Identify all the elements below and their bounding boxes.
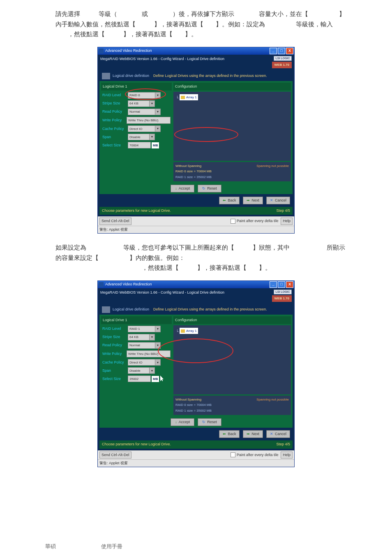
wizard-header: MegaRAID WebBIOS Version 1.66 - Config W… [98,55,294,70]
minimize-button[interactable]: _ [270,48,277,54]
without-spanning-label: Without Spanning [175,163,212,169]
spanning-info: Without Spanning RAID 0 size = 70004 MB … [173,162,291,181]
minimize-button[interactable]: _ [270,281,277,288]
lsi-logo: LSI LOGIC [274,290,292,294]
read-policy-select[interactable]: Normal▼ [128,109,161,115]
array-1-item[interactable]: Array 1 [180,94,198,101]
back-button[interactable]: ⬅Back [219,197,240,204]
send-ctrl-alt-del-button[interactable]: Send Ctrl-Alt-Del [99,218,131,225]
next-arrow-icon: ➡ [247,431,250,437]
wizard-footer: Choose parameters for new Logical Drive.… [99,440,293,448]
lsi-logo: LSI LOGIC [274,56,292,61]
reset-button[interactable]: ↻Reset [198,185,221,192]
spanning-not-possible: Spanning not possible [256,163,289,180]
raid0-size-line: RAID 0 size = 70004 MB [175,402,212,408]
stripe-size-select[interactable]: 64 KB▼ [128,334,155,341]
chevron-down-icon: ▼ [149,368,154,373]
window-title: Advanced Video Redirection [105,48,152,54]
read-policy-select[interactable]: Normal▼ [128,342,161,349]
accept-button[interactable]: ↓Accept [171,418,194,426]
p1-line1: 請先選擇 等級（ 或 ）後，再依據下方顯示 容量大小，並在【 】內手動輸入數值，… [55,11,345,28]
cache-policy-label: Cache Policy [102,359,128,366]
logical-drive-header: Logical Drive 1 [101,316,172,324]
cache-policy-label: Cache Policy [102,126,128,132]
next-button[interactable]: ➡Next [243,197,263,204]
wizard-header: MegaRAID WebBIOS Version 1.66 - Config W… [98,288,294,303]
select-size-input[interactable]: 35002 [128,375,151,382]
help-button[interactable]: Help [281,452,293,459]
cancel-button[interactable]: ✕Cancel [266,197,290,204]
chevron-down-icon: ▼ [155,93,160,98]
help-button[interactable]: Help [281,218,293,225]
logical-drive-header: Logical Drive 1 [101,83,172,90]
maximize-button[interactable]: □ [278,281,285,288]
raid1-size-line: RAID 1 size = 35002 MB [175,408,212,414]
span-select[interactable]: Disable▼ [128,367,155,374]
paint-label: Paint after every delta tile [237,452,279,458]
chevron-down-icon: ▼ [149,334,154,340]
p2-line2: ，然後點選【 】，接著再點選【 】。 [55,264,271,271]
span-label: Span [102,134,128,140]
raid-level-select[interactable]: RAID 0▼ [128,92,161,99]
paint-label: Paint after every delta tile [237,218,279,224]
wizard-title: MegaRAID WebBIOS Version 1.66 - Config W… [100,290,224,296]
instruction-paragraph-2: 如果設定為 等級，您也可參考以下圖上所圈起來的【 】狀態，其中 所顯示的容量來設… [55,243,351,273]
paint-checkbox[interactable] [231,219,235,224]
back-button[interactable]: ⬅Back [219,430,240,438]
chevron-down-icon: ▼ [155,343,160,348]
raid-level-label: RAID Level [102,326,128,332]
cancel-x-icon: ✕ [270,431,273,437]
wizard-footer: Choose parameters for new Logical Drive.… [99,207,293,215]
footer-hint: Choose parameters for new Logical Drive. [102,441,171,447]
status-bar: Send Ctrl-Alt-Del Paint after every delt… [98,216,294,225]
reset-button[interactable]: ↻Reset [198,418,221,426]
stripe-size-select[interactable]: 64 KB▼ [128,100,155,107]
paint-checkbox[interactable] [231,452,235,457]
section-icon [102,306,110,313]
select-size-input[interactable]: 70004 [128,142,151,148]
stripe-size-label: Stripe Size [102,100,128,107]
raid-level-label: RAID Level [102,92,128,98]
cache-policy-select[interactable]: Direct IO▼ [128,359,161,366]
section-icon [102,73,110,79]
maximize-button[interactable]: □ [278,48,285,54]
titlebar: Advanced Video Redirection _ □ X [98,47,294,55]
chevron-down-icon: ▼ [149,134,154,140]
section-description: Define Logical Drives using the arrays d… [153,306,267,313]
applet-warning: 警告: Applet 視窗 [98,226,294,233]
chevron-down-icon: ▼ [155,109,160,115]
mb-unit: MB [152,142,159,149]
back-arrow-icon: ⬅ [223,431,226,437]
spanning-info: Without Spanning RAID 0 size = 70004 MB … [173,396,291,415]
next-arrow-icon: ➡ [247,197,250,204]
array-1-item[interactable]: Array 1 [180,328,198,334]
footer-hint: Choose parameters for new Logical Drive. [102,208,171,214]
select-size-label: Select Size [102,142,128,148]
close-button[interactable]: X [286,48,293,54]
section-description: Define Logical Drives using the arrays d… [153,73,267,79]
next-button[interactable]: ➡Next [243,430,263,438]
select-size-label: Select Size [102,376,128,382]
cache-policy-select[interactable]: Direct IO▼ [128,125,161,132]
app-icon [99,282,104,287]
send-ctrl-alt-del-button[interactable]: Send Ctrl-Alt-Del [99,452,131,459]
web-version-badge: WEB 1.70 [272,295,292,302]
write-policy-label: Write Policy [102,351,127,357]
cancel-button[interactable]: ✕Cancel [266,430,290,438]
configuration-panel: └ Array 1 [173,325,291,394]
configuration-panel: └ Array 1 [173,92,291,161]
section-title: Logical drive definition [113,73,149,79]
accept-button[interactable]: ↓Accept [171,185,194,192]
instruction-paragraph-1: 請先選擇 等級（ 或 ）後，再依據下方顯示 容量大小，並在【 】內手動輸入數值，… [55,9,351,39]
chevron-down-icon: ▼ [155,326,160,332]
window-title: Advanced Video Redirection [105,281,152,287]
without-spanning-label: Without Spanning [175,397,212,403]
configuration-header: Configuration [173,316,291,324]
spanning-not-possible: Spanning not possible [256,397,289,414]
step-indicator: Step 4/5 [276,441,290,447]
write-policy-value: Write Thru (No BBU) [127,117,171,124]
manual-text: 使用手冊 [101,542,122,551]
raid-level-select[interactable]: RAID 1▼ [128,326,161,332]
close-button[interactable]: X [286,281,293,288]
span-select[interactable]: Disable▼ [128,134,155,140]
